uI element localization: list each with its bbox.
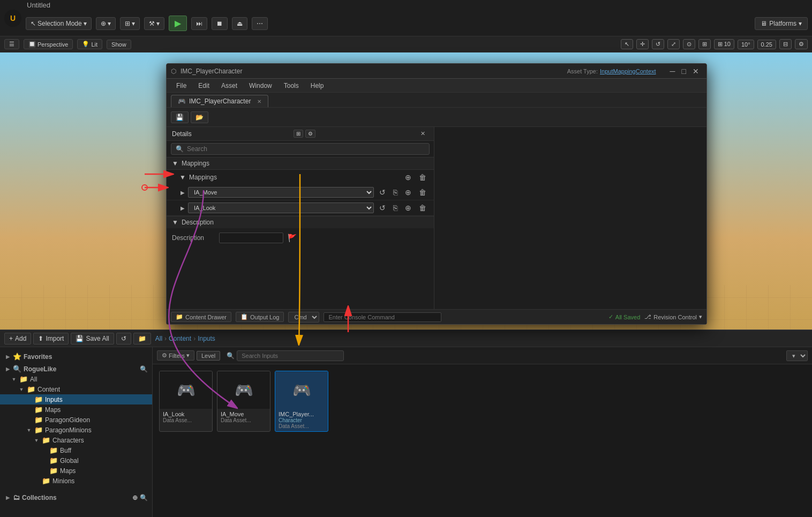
- angle-btn[interactable]: 10°: [738, 40, 754, 49]
- select-mode-icon[interactable]: ↖: [621, 39, 633, 49]
- maximize-button[interactable]: □: [679, 66, 689, 77]
- add-button[interactable]: + Add: [4, 333, 31, 344]
- asset-tile-ia-look[interactable]: 🎮 IA_Look Data Asse...: [159, 371, 213, 432]
- cmd-select[interactable]: Cmd: [288, 312, 319, 323]
- details-search-input[interactable]: [187, 145, 425, 153]
- asset-tile-imc-player[interactable]: 🎮 IMC_Player... Character Data Asset...: [275, 371, 328, 432]
- import-button[interactable]: ⬆ Import: [33, 333, 69, 344]
- expand-ia-look[interactable]: ▶: [181, 205, 185, 211]
- roguelike-search-icon[interactable]: 🔍: [140, 365, 148, 373]
- menu-edit[interactable]: Edit: [193, 81, 215, 91]
- sidebar-item-characters[interactable]: ▼ 📁 Characters: [0, 435, 152, 445]
- grid-10-btn[interactable]: ⊞ 10: [714, 39, 734, 49]
- ia-move-select[interactable]: IA_Move: [188, 187, 374, 198]
- sidebar-item-global[interactable]: 📁 Global: [0, 455, 152, 466]
- menu-tools[interactable]: Tools: [279, 81, 304, 91]
- asset-tile-ia-move[interactable]: 🎮 IA_Move Data Asset...: [217, 371, 270, 432]
- filters-button[interactable]: ⚙ Filters ▾: [157, 350, 194, 361]
- ia-look-delete-icon[interactable]: 🗑: [417, 203, 428, 213]
- platforms-button[interactable]: 🖥 Platforms ▾: [755, 17, 808, 30]
- ia-move-copy-icon[interactable]: ⎘: [391, 187, 400, 198]
- delete-mapping-button[interactable]: 🗑: [417, 172, 428, 183]
- save-all-button[interactable]: 💾 Save All: [71, 333, 114, 344]
- ia-look-copy-icon[interactable]: ⎘: [391, 203, 400, 213]
- details-settings-icon[interactable]: ⚙: [305, 130, 315, 138]
- close-button[interactable]: ✕: [689, 66, 702, 77]
- menu-help[interactable]: Help: [305, 81, 329, 91]
- output-log-button[interactable]: 📋 Output Log: [236, 312, 284, 322]
- sidebar-item-paragon-minions[interactable]: ▼ 📁 ParagonMinions: [0, 425, 152, 435]
- sidebar-item-minions[interactable]: 📁 Minions: [0, 476, 152, 486]
- play-button[interactable]: ▶: [169, 16, 187, 31]
- details-close-button[interactable]: ✕: [417, 129, 428, 138]
- sidebar-item-paragon-gideon[interactable]: 📁 ParagonGideon: [0, 415, 152, 425]
- breadcrumb-inputs[interactable]: Inputs: [198, 335, 215, 342]
- details-grid-icon[interactable]: ⊞: [294, 130, 303, 138]
- layout-btn[interactable]: ⊟: [779, 39, 792, 49]
- sidebar-collections-header[interactable]: ▶ 🗂 Collections ⊕ 🔍: [0, 490, 152, 503]
- perspective-button[interactable]: 🔲 Perspective: [24, 39, 73, 49]
- collections-search-icon[interactable]: 🔍: [140, 494, 148, 501]
- browse-button[interactable]: 📂: [191, 111, 208, 123]
- sidebar-favorites-header[interactable]: ▶ ⭐ Favorites: [0, 349, 152, 362]
- menu-file[interactable]: File: [171, 81, 192, 91]
- ia-move-refresh-icon[interactable]: ↺: [377, 187, 388, 198]
- snap-button[interactable]: ⊞ ▾: [120, 17, 140, 30]
- console-command-input[interactable]: [324, 312, 441, 322]
- description-section-header[interactable]: ▼ Description: [167, 216, 434, 228]
- menu-window[interactable]: Window: [244, 81, 277, 91]
- hamburger-menu-button[interactable]: ☰: [4, 39, 19, 49]
- more-options-button[interactable]: ⋯: [252, 17, 268, 30]
- mappings-sub-header[interactable]: ▼ Mappings ⊕ 🗑: [167, 169, 434, 185]
- sidebar-item-maps2[interactable]: 📁 Maps: [0, 466, 152, 476]
- tab-close-icon[interactable]: ✕: [257, 99, 261, 104]
- sidebar-item-maps[interactable]: 📁 Maps: [0, 404, 152, 415]
- add-actor-button[interactable]: ⊕ ▾: [96, 17, 116, 30]
- selection-mode-button[interactable]: ↖ Selection Mode ▾: [26, 17, 92, 30]
- build-button[interactable]: ⚒ ▾: [144, 17, 164, 30]
- settings-icon[interactable]: ⚙: [795, 39, 808, 49]
- menu-asset[interactable]: Asset: [216, 81, 243, 91]
- move-mode-icon[interactable]: ✛: [636, 39, 649, 49]
- cb-search-input[interactable]: [237, 350, 344, 361]
- sidebar-roguelike-header[interactable]: ▶ 🔍 RogueLike 🔍: [0, 362, 152, 374]
- eject-button[interactable]: ⏏: [232, 17, 247, 30]
- content-drawer-button[interactable]: 📁 Content Drawer: [171, 312, 231, 322]
- asset-type-value[interactable]: InputMappingContext: [600, 68, 656, 74]
- expand-ia-move[interactable]: ▶: [181, 190, 185, 196]
- filter-level-badge[interactable]: Level: [197, 351, 220, 361]
- add-mapping-button[interactable]: ⊕: [403, 172, 413, 183]
- collections-add-icon[interactable]: ⊕: [132, 494, 138, 501]
- breadcrumb-all[interactable]: All: [155, 335, 162, 342]
- sidebar-item-all[interactable]: ▼ 📁 All: [0, 374, 152, 384]
- scale-mode-icon[interactable]: ⤢: [667, 39, 680, 49]
- local-mode-icon[interactable]: ⊙: [683, 39, 695, 49]
- sidebar-item-content[interactable]: ▼ 📁 Content: [0, 384, 152, 394]
- lit-button[interactable]: 💡 Lit: [77, 39, 102, 49]
- breadcrumb-content[interactable]: Content: [169, 335, 191, 342]
- all-saved-button[interactable]: ✓ All Saved: [608, 313, 640, 320]
- mappings-section-header[interactable]: ▼ Mappings: [167, 157, 434, 169]
- zoom-btn[interactable]: 0.25: [757, 40, 776, 49]
- skip-forward-button[interactable]: ⏭: [191, 17, 207, 30]
- sync-button[interactable]: ↺: [116, 333, 131, 344]
- ia-move-delete-icon[interactable]: 🗑: [417, 187, 428, 198]
- show-button[interactable]: Show: [107, 40, 131, 49]
- ia-look-select[interactable]: IA_Look: [188, 203, 374, 213]
- ia-look-refresh-icon[interactable]: ↺: [377, 203, 388, 213]
- filter-dropdown[interactable]: ▾: [786, 350, 808, 361]
- sidebar-item-inputs[interactable]: 📁 Inputs: [0, 394, 152, 404]
- save-button[interactable]: 💾: [171, 111, 189, 123]
- revision-control-button[interactable]: ⎇ Revision Control ▾: [644, 313, 702, 320]
- sidebar-item-buff[interactable]: 📁 Buff: [0, 445, 152, 455]
- rotate-mode-icon[interactable]: ↺: [652, 39, 664, 49]
- maximize-icon[interactable]: ⊞: [698, 39, 711, 49]
- stop-button[interactable]: ⏹: [212, 17, 228, 30]
- ia-move-add-icon[interactable]: ⊕: [403, 187, 413, 198]
- folder-button[interactable]: 📁: [133, 333, 151, 344]
- ia-look-add-icon[interactable]: ⊕: [403, 203, 413, 213]
- flag-button[interactable]: 🚩: [288, 234, 297, 242]
- desc-value-input[interactable]: [219, 233, 283, 243]
- minimize-button[interactable]: ─: [667, 66, 679, 77]
- tab-imc-player[interactable]: 🎮 IMC_PlayerCharacter ✕: [171, 95, 268, 107]
